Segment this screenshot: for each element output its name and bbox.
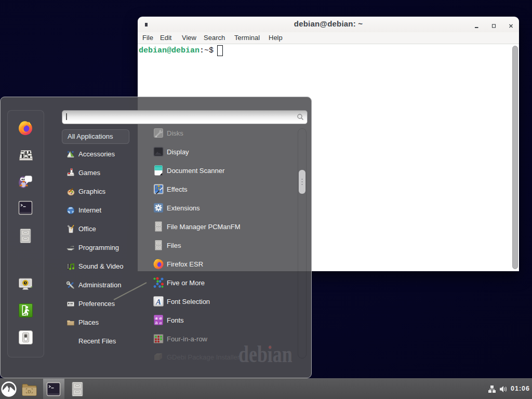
svg-text:a: a [159,320,162,325]
svg-text:D: D [28,389,31,394]
svg-text:A: A [155,298,161,306]
svg-text:a: a [155,320,157,325]
